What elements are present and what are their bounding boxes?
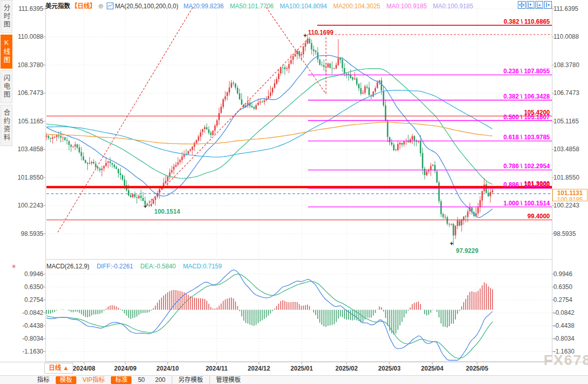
macd-y-axis-label: 0.6350 [12, 283, 43, 291]
period-label: 【日线】 [71, 3, 96, 10]
indicator-gear-icon[interactable]: ✳ [11, 263, 16, 270]
bottom-toolbar: 指标模板VIP指标标准50200另存模板管理模板 [0, 375, 588, 384]
chart-controls [518, 1, 553, 10]
main-y-axis-label: 110.0088 [553, 33, 584, 40]
x-axis-label: 2024/08 [68, 365, 101, 372]
ma-value-1: MA50:101.7706 [230, 3, 274, 10]
zoom-vertical-icon[interactable] [527, 1, 534, 9]
save-template-button[interactable]: 另存模板 [172, 376, 207, 384]
ma-value-5: MA0:100.9185 [433, 3, 473, 10]
template-button[interactable]: 模板 [56, 376, 76, 384]
fib-level-label: 0.382 \ 110.6865 [467, 18, 550, 25]
macd-y-axis-label: -0.0842 [12, 309, 43, 316]
main-y-axis-label: 100.2243 [12, 202, 43, 209]
sidebar-tab-contract-info[interactable]: 合约资料 [1, 105, 12, 146]
main-y-axis-label: 98.5935 [12, 230, 43, 237]
main-y-axis-label: 101.8550 [12, 174, 43, 181]
x-axis-label: 2024/10 [151, 365, 184, 372]
pan-icon[interactable] [518, 1, 526, 9]
bottom-price-annotation: 97.9229 [456, 247, 478, 254]
sidebar-tab-kline-chart[interactable]: K线图 [1, 35, 12, 69]
main-y-axis-label: 110.0088 [12, 33, 43, 40]
main-y-axis-label: 103.4858 [553, 146, 584, 153]
chart-canvas[interactable] [0, 0, 588, 384]
macd-y-axis-label: -0.8034 [12, 335, 43, 342]
x-axis-label: 2025/01 [285, 365, 318, 372]
main-y-axis-label: 108.3780 [12, 61, 43, 69]
macd-y-axis-label: -0.8034 [553, 335, 584, 342]
macd-y-axis-label: -1.1630 [12, 348, 43, 355]
standard-button[interactable]: 标准 [111, 376, 132, 384]
macd-y-axis-label: -0.0842 [553, 309, 584, 316]
drawing-anchor-marker: + [450, 240, 453, 247]
low-price-annotation: 100.1514 [154, 208, 180, 215]
macd-y-axis-label: 0.2754 [12, 296, 43, 303]
indicator-settings-icon[interactable] [107, 3, 113, 9]
peak-price-annotation: 110.1699 [308, 29, 333, 36]
ma200-button[interactable]: 200 [151, 376, 170, 384]
macd-y-axis-label: 0.2754 [553, 296, 584, 303]
price-line-label: 99.4000 [467, 213, 550, 220]
x-axis-label: 2025/04 [416, 365, 449, 372]
main-y-axis-label: 98.5935 [553, 230, 584, 237]
x-axis-label: 2025/05 [461, 365, 494, 372]
kline-app: 分时图 K线图 闪电图 合约资料 美元指数【日线】⊕MA(20,50,100,2… [0, 0, 588, 384]
expand-icon[interactable]: ⊕ [98, 2, 104, 10]
price-line-label: 105.4200 [467, 109, 550, 116]
chart-header: 美元指数【日线】⊕MA(20,50,100,200,0,0)MA20:99.82… [45, 1, 479, 10]
main-y-axis-label: 111.6395 [12, 5, 43, 12]
price-line-label: 101.3000 [467, 180, 550, 187]
fib-level-label: 0.382 \ 106.3428 [467, 93, 550, 100]
sidebar-tab-lightning-chart[interactable]: 闪电图 [1, 70, 12, 103]
macd-y-axis-label: 0.9946 [553, 270, 584, 278]
main-y-axis-label: 103.4858 [12, 146, 43, 153]
zoom-horizontal-icon[interactable] [535, 1, 543, 9]
macd-header: MACD(26,12,9)DIFF:-0.2261DEA:-0.5840MACD… [46, 263, 229, 270]
main-y-axis-label: 111.6395 [553, 5, 584, 12]
vip-indicator-button[interactable]: VIP指标 [78, 376, 109, 384]
current-price-tag: 101.1131 100.9185 [552, 189, 587, 201]
fib-level-label: 0.236 \ 107.8055 [467, 68, 550, 75]
main-y-axis-label: 105.1165 [12, 118, 43, 125]
current-price-value: 101.1131 [553, 189, 587, 197]
secondary-price-value: 100.9185 [553, 197, 587, 200]
main-y-axis-label: 106.7473 [12, 89, 43, 97]
drawing-anchor-marker: + [143, 203, 147, 210]
ma-value-0: MA20:99.8236 [184, 3, 224, 10]
ma-value-3: MA200:104.3025 [333, 3, 380, 10]
main-y-axis-label: 101.8550 [553, 174, 584, 181]
ma50-button[interactable]: 50 [134, 376, 149, 384]
ma-settings-label: MA(20,50,100,200,0,0) [115, 3, 178, 10]
sidebar-tab-time-chart[interactable]: 分时图 [1, 0, 12, 33]
main-y-axis-label: 100.2243 [553, 202, 584, 209]
main-y-axis-label: 105.1165 [553, 118, 584, 125]
ma-value-4: MA0:100.9185 [386, 3, 427, 10]
macd-dea-value: DEA:-0.5840 [140, 263, 176, 270]
x-axis-label: 2024/11 [200, 365, 233, 372]
indicator-button[interactable]: 指标 [33, 376, 54, 384]
macd-macd-value: MACD:0.7159 [183, 263, 222, 270]
x-axis-label: 2024/09 [109, 365, 142, 372]
macd-y-axis-label: 0.9946 [12, 270, 43, 278]
manage-template-button[interactable]: 管理模板 [209, 376, 245, 384]
shift-right-icon[interactable] [544, 1, 552, 9]
macd-diff-value: DIFF:-0.2261 [96, 263, 133, 270]
x-axis-label: 2025/02 [330, 365, 363, 372]
symbol-name: 美元指数 [45, 3, 70, 10]
macd-title: MACD(26,12,9) [46, 263, 89, 270]
fib-level-label: 0.618 \ 103.9785 [467, 134, 550, 141]
fib-level-label: 1.000 \ 100.1514 [467, 200, 550, 207]
main-y-axis-label: 108.3780 [553, 61, 584, 69]
macd-y-axis-label: -0.4438 [553, 322, 584, 329]
macd-y-axis-label: -0.4438 [12, 322, 43, 329]
macd-y-axis-label: -1.1630 [553, 348, 584, 355]
fib-level-label: 0.786 \ 102.2954 [467, 163, 550, 170]
x-axis-label: 2025/03 [373, 365, 406, 372]
drawing-anchor-marker: + [303, 32, 307, 39]
macd-y-axis-label: 0.6350 [553, 283, 584, 291]
x-axis-label: 2024/12 [242, 365, 275, 372]
sidebar: 分时图 K线图 闪电图 合约资料 [0, 0, 14, 148]
main-y-axis-label: 106.7473 [553, 89, 584, 97]
ma-value-2: MA100:104.8094 [280, 3, 326, 10]
